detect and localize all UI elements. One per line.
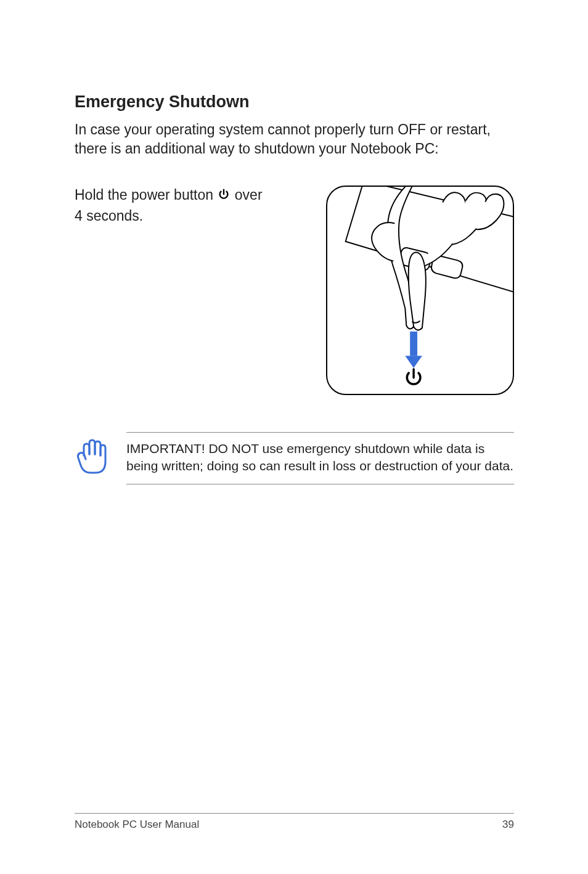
footer-title: Notebook PC User Manual — [75, 819, 199, 831]
instruction-pre: Hold the power button — [75, 187, 217, 203]
content-row: Hold the power button over 4 seconds. — [75, 186, 514, 395]
note-text-container: IMPORTANT! DO NOT use emergency shutdown… — [126, 432, 514, 484]
page-footer: Notebook PC User Manual 39 — [75, 813, 514, 831]
important-note: IMPORTANT! DO NOT use emergency shutdown… — [75, 432, 514, 484]
svg-rect-0 — [410, 332, 417, 356]
illustration — [326, 186, 514, 395]
page-number: 39 — [502, 819, 514, 831]
stop-hand-icon — [75, 432, 109, 479]
power-icon — [407, 369, 420, 384]
note-text: IMPORTANT! DO NOT use emergency shutdown… — [126, 440, 514, 475]
power-icon — [217, 187, 231, 206]
intro-paragraph: In case your operating system cannot pro… — [75, 120, 514, 158]
down-arrow-icon — [405, 332, 422, 368]
instruction-text: Hold the power button over 4 seconds. — [75, 186, 267, 226]
section-heading: Emergency Shutdown — [75, 92, 514, 112]
svg-marker-1 — [405, 356, 422, 368]
hand-pressing-button-illustration — [327, 187, 513, 394]
page-container: Emergency Shutdown In case your operatin… — [0, 0, 588, 874]
